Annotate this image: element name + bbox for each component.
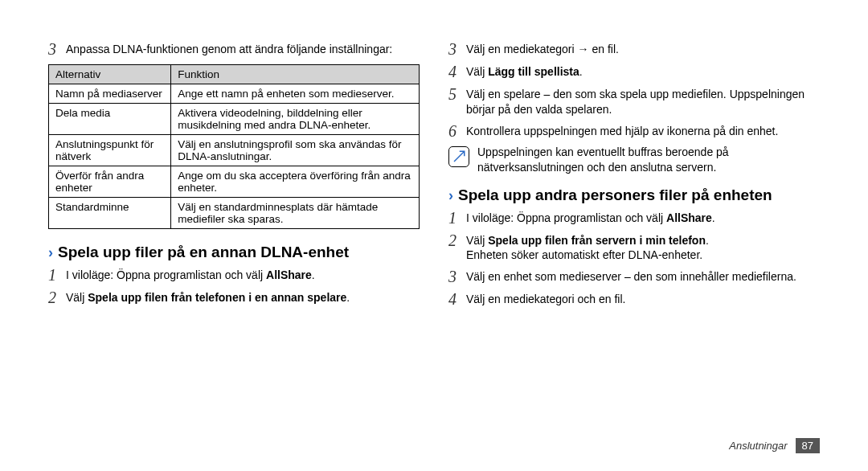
step-text: Välj en mediekategori → en fil.: [466, 40, 619, 57]
table-row: Överför från andra enheter Ange om du sk…: [49, 166, 420, 198]
cell-function: Aktivera videodelning, bilddelning eller…: [171, 104, 420, 135]
right-step-4: 4 Välj Lägg till spellista.: [448, 63, 820, 80]
cell-function: Ange om du ska acceptera överföring från…: [171, 166, 420, 198]
right-column: 3 Välj en mediekategori → en fil. 4 Välj…: [448, 40, 820, 313]
step-number: 1: [48, 266, 66, 284]
right-b-step-4: 4 Välj en mediekategori och en fil.: [448, 290, 820, 308]
cell-option: Överför från andra enheter: [49, 166, 171, 198]
step-number: 2: [48, 289, 66, 306]
section-title: Spela upp andra personers filer på enhet…: [458, 186, 772, 204]
text-part: .: [312, 268, 315, 281]
text-bold: AllShare: [666, 211, 712, 224]
left-column: 3 Anpassa DLNA-funktionen genom att ändr…: [48, 40, 420, 313]
arrow-right-icon: →: [578, 43, 589, 55]
table-header-funktion: Funktion: [171, 65, 420, 84]
text-part: .: [579, 65, 583, 78]
text-part: .: [712, 211, 715, 224]
step-number: 4: [448, 63, 466, 80]
text-part: en fil.: [589, 43, 619, 55]
text-bold: AllShare: [266, 268, 312, 281]
right-step-6: 6 Kontrollera uppspelningen med hjälp av…: [448, 122, 820, 140]
left-step-3: 3 Anpassa DLNA-funktionen genom att ändr…: [48, 40, 420, 58]
right-step-3: 3 Välj en mediekategori → en fil.: [448, 40, 820, 58]
step-text: Välj Spela upp filen från telefonen i en…: [66, 289, 350, 305]
table-row: Namn på mediaserver Ange ett namn på enh…: [49, 84, 420, 104]
text-part: I viloläge: Öppna programlistan och välj: [66, 268, 266, 281]
step-number: 3: [448, 40, 466, 58]
footer-page-number: 87: [796, 438, 820, 453]
step-number: 6: [448, 122, 466, 140]
chevron-right-icon: ›: [448, 187, 453, 204]
cell-option: Anslutningspunkt för nätverk: [49, 135, 171, 166]
note-box: Uppspelningen kan eventuellt buffras ber…: [448, 145, 820, 175]
step-text: Välj en spelare – den som ska spela upp …: [466, 85, 820, 117]
note-icon: [448, 146, 469, 167]
step-text: Välj Spela upp filen från servern i min …: [466, 231, 709, 264]
cell-option: Namn på mediaserver: [49, 84, 171, 104]
page-footer: Anslutningar 87: [729, 438, 820, 453]
step-text: Välj Lägg till spellista.: [466, 63, 583, 80]
table-row: Standardminne Välj en standardminnesplat…: [49, 198, 420, 229]
table-row: Anslutningspunkt för nätverk Välj en ans…: [49, 135, 420, 166]
text-part: .: [706, 234, 709, 247]
text-part: Välj en mediekategori: [466, 43, 578, 55]
step-text: Välj en mediekategori och en fil.: [466, 290, 625, 307]
options-table: Alternativ Funktion Namn på mediaserver …: [48, 64, 420, 229]
right-step-5: 5 Välj en spelare – den som ska spela up…: [448, 85, 820, 117]
right-b-step-2: 2 Välj Spela upp filen från servern i mi…: [448, 231, 820, 264]
step-number: 4: [448, 290, 466, 308]
step-number: 5: [448, 85, 466, 103]
right-b-step-3: 3 Välj en enhet som medieserver – den so…: [448, 268, 820, 285]
step-extra: Enheten söker automatiskt efter DLNA-enh…: [466, 248, 709, 263]
text-bold: Spela upp filen från servern i min telef…: [488, 234, 706, 247]
left-s1-step-2: 2 Välj Spela upp filen från telefonen i …: [48, 289, 420, 306]
chevron-right-icon: ›: [48, 244, 53, 261]
step-text: Kontrollera uppspelningen med hjälp av i…: [466, 122, 778, 139]
section-heading-play-others-files: › Spela upp andra personers filer på enh…: [448, 186, 820, 204]
text-part: Välj: [466, 234, 488, 247]
text-part: .: [346, 291, 350, 304]
cell-function: Välj en standardminnesplats där hämtade …: [171, 198, 420, 229]
cell-function: Välj en anslutningsprofil som ska använd…: [171, 135, 420, 166]
text-part: Välj: [66, 291, 88, 304]
footer-section-label: Anslutningar: [729, 440, 787, 452]
cell-option: Dela media: [49, 104, 171, 135]
text-part: Välj: [466, 65, 488, 78]
section-heading-play-on-other-dlna: › Spela upp filer på en annan DLNA-enhet: [48, 244, 420, 261]
table-header-alternativ: Alternativ: [49, 65, 171, 84]
note-text: Uppspelningen kan eventuellt buffras ber…: [477, 145, 820, 175]
step-text: Anpassa DLNA-funktionen genom att ändra …: [66, 40, 392, 57]
step-text: I viloläge: Öppna programlistan och välj…: [66, 266, 315, 283]
text-bold: Spela upp filen från telefonen i en anna…: [88, 291, 346, 304]
step-number: 2: [448, 231, 466, 249]
cell-option: Standardminne: [49, 198, 171, 229]
left-s1-step-1: 1 I viloläge: Öppna programlistan och vä…: [48, 266, 420, 284]
cell-function: Ange ett namn på enheten som medieserver…: [171, 84, 420, 104]
step-number: 3: [48, 40, 66, 58]
step-number: 1: [448, 209, 466, 227]
right-b-step-1: 1 I viloläge: Öppna programlistan och vä…: [448, 209, 820, 227]
section-title: Spela upp filer på en annan DLNA-enhet: [58, 244, 349, 261]
step-text: I viloläge: Öppna programlistan och välj…: [466, 209, 715, 226]
step-text: Välj en enhet som medieserver – den som …: [466, 268, 796, 285]
text-bold: Lägg till spellista: [488, 65, 579, 78]
text-part: I viloläge: Öppna programlistan och välj: [466, 211, 666, 224]
step-number: 3: [448, 268, 466, 285]
table-row: Dela media Aktivera videodelning, bildde…: [49, 104, 420, 135]
